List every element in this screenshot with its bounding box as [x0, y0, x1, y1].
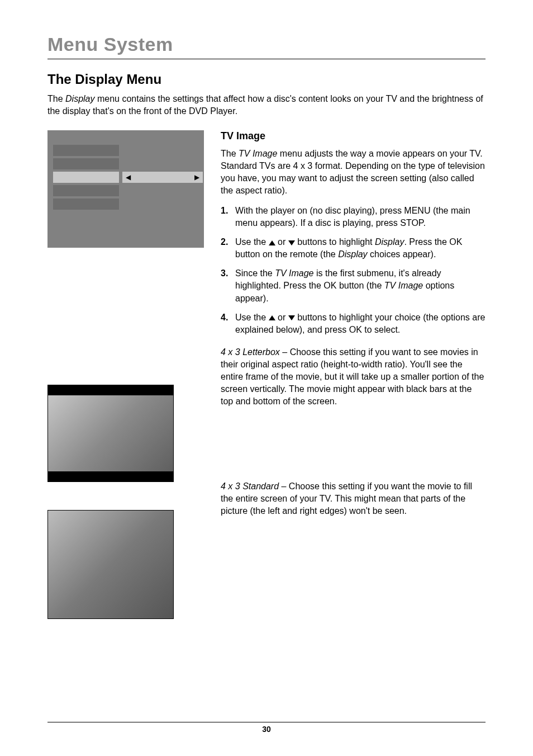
step-4: 4. Use the or buttons to highlight your …	[221, 311, 486, 336]
steps-list: 1. With the player on (no disc playing),…	[221, 205, 486, 336]
page-number: 30	[47, 725, 486, 734]
section-title: The Display Menu	[47, 72, 486, 87]
triangle-down-icon	[288, 240, 295, 245]
intro-paragraph: The Display menu contains the settings t…	[47, 93, 486, 118]
menu-value-selected: ◀ ▶	[122, 172, 203, 183]
standard-paragraph: 4 x 3 Standard – Choose this setting if …	[221, 480, 486, 517]
letterbox-example-image	[47, 385, 174, 482]
menu-item	[53, 158, 119, 169]
step-2: 2. Use the or buttons to highlight Displ…	[221, 236, 486, 261]
standard-example-image	[47, 510, 174, 619]
menu-item	[53, 199, 119, 210]
triangle-right-icon: ▶	[194, 173, 199, 181]
tv-image-title: TV Image	[221, 130, 486, 142]
step-3: 3. Since the TV Image is the first subme…	[221, 267, 486, 304]
triangle-up-icon	[269, 315, 275, 320]
menu-screenshot: ◀ ▶	[47, 130, 204, 248]
triangle-down-icon	[288, 315, 295, 320]
triangle-up-icon	[269, 240, 275, 245]
step-1: 1. With the player on (no disc playing),…	[221, 205, 486, 229]
letterbox-paragraph: 4 x 3 Letterbox – Choose this setting if…	[221, 346, 486, 408]
tv-image-paragraph: The TV Image menu adjusts the way a movi…	[221, 148, 486, 197]
menu-item-selected	[53, 172, 119, 183]
menu-item	[53, 145, 119, 156]
triangle-left-icon: ◀	[126, 173, 131, 181]
menu-item	[53, 185, 119, 196]
chapter-title: Menu System	[47, 34, 486, 55]
divider-top	[47, 59, 486, 59]
page-footer: 30	[47, 722, 486, 734]
